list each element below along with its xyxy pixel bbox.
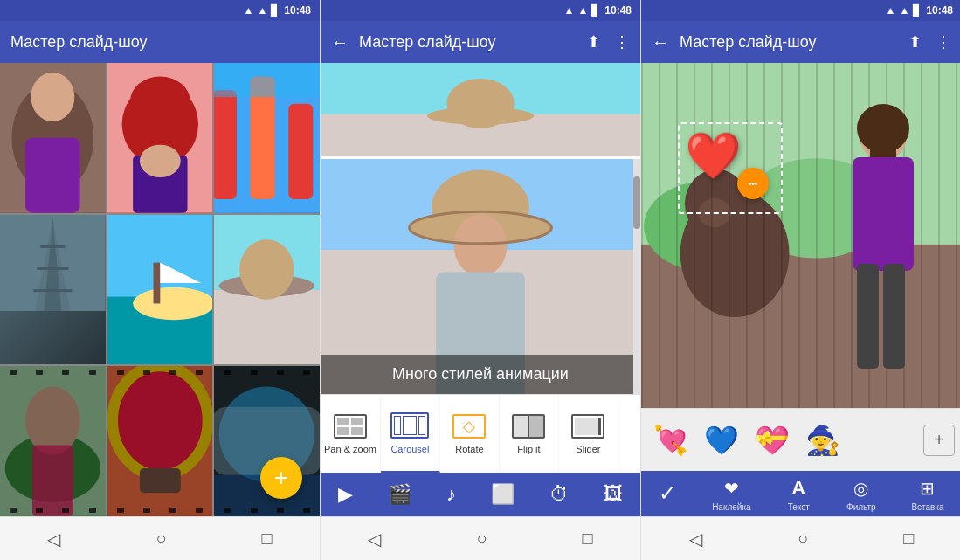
fab-plus-icon: + (274, 464, 288, 492)
screen-1: ▲ ▲ ▊ 10:48 Мастер слайд-шоу (0, 0, 320, 560)
pan-zoom-label: Pan & zoom (324, 444, 376, 454)
photo-cell-4[interactable] (0, 215, 106, 365)
sticker-gift-heart[interactable]: 💝 (749, 418, 795, 463)
time-1: 10:48 (284, 4, 311, 17)
play-button-2[interactable]: ▶ (338, 483, 353, 506)
nav-back-1[interactable]: ◁ (33, 522, 74, 557)
insert-action-label: Вставка (911, 502, 943, 512)
plus-icon: + (934, 430, 944, 450)
bottom-toolbar-2: ▶ 🎬 ♪ ⬜ ⏱ 🖼 (321, 473, 640, 516)
back-button-2[interactable]: ← (331, 32, 349, 52)
svg-point-2 (31, 73, 74, 121)
photo-cell-5[interactable] (107, 215, 213, 365)
nav-back-2[interactable]: ◁ (354, 522, 395, 557)
sticker-blue-heart[interactable]: 💙 (699, 418, 744, 463)
nav-recent-2[interactable]: □ (568, 522, 606, 556)
scrollbar[interactable] (633, 159, 640, 394)
nav-home-1[interactable]: ○ (142, 522, 180, 556)
photo-cell-3[interactable] (214, 63, 320, 213)
share-icon-2[interactable]: ⬆ (587, 32, 600, 52)
photo-cell-8[interactable] (107, 366, 213, 516)
signal-icon-1: ▲ (244, 4, 254, 17)
wifi-icon-1: ▲ (257, 4, 267, 17)
app-title-1: Мастер слайд-шоу (10, 33, 309, 52)
sticker-panel: 💘 💙 💝 🧙 + (641, 408, 960, 471)
filmstrip-holes-top-8 (107, 370, 213, 375)
svg-rect-28 (214, 289, 320, 364)
wifi-icon-2: ▲ (577, 4, 588, 17)
anim-pan-zoom[interactable]: Pan & zoom (321, 395, 381, 473)
slider-icon (571, 414, 604, 439)
top-snippet-inner (321, 63, 640, 156)
svg-point-51 (454, 214, 508, 276)
fab-add-button[interactable]: + (260, 457, 302, 499)
text-action-icon: A (786, 476, 811, 501)
timer-button[interactable]: ⏱ (549, 483, 569, 506)
time-3: 10:48 (926, 4, 953, 17)
filter-action-label: Фильтр (846, 502, 876, 512)
music-button[interactable]: ♪ (446, 483, 456, 506)
sticker-action-icon: ❤ (719, 476, 743, 501)
sticker-wizard[interactable]: 🧙 (800, 418, 846, 463)
text-action-btn[interactable]: A Текст (786, 476, 811, 512)
more-icon-3[interactable]: ⋮ (936, 32, 951, 52)
app-bar-icons-2: ⬆ ⋮ (587, 32, 630, 52)
photo-cell-7[interactable] (0, 366, 106, 516)
flipit-label: Flip it (517, 444, 540, 454)
photo-cell-2[interactable] (107, 63, 213, 213)
pan-zoom-icon (334, 414, 367, 439)
svg-rect-12 (289, 104, 314, 199)
nav-recent-3[interactable]: □ (889, 522, 928, 556)
filter-action-btn[interactable]: ◎ Фильтр (846, 476, 876, 512)
battery-icon-3: ▊ (913, 4, 921, 17)
nav-bar-1: ◁ ○ □ (0, 516, 320, 560)
signal-icon-2: ▲ (564, 4, 575, 17)
filmstrip-holes-top-7 (0, 370, 106, 375)
status-bar-2: ▲ ▲ ▊ 10:48 (321, 0, 640, 21)
flipit-icon (512, 414, 545, 439)
time-2: 10:48 (604, 4, 632, 17)
nav-back-3[interactable]: ◁ (675, 522, 716, 557)
sticker-add-button[interactable]: + (923, 425, 955, 456)
svg-rect-67 (883, 264, 905, 369)
clip-button[interactable]: ⬜ (491, 483, 515, 506)
top-image-snippet (321, 63, 640, 159)
sticker-action-btn[interactable]: ❤ Наклейка (712, 476, 750, 512)
svg-point-8 (140, 145, 181, 177)
anim-slider[interactable]: Slider (559, 395, 618, 473)
anim-carousel[interactable]: Carousel (381, 395, 440, 473)
rotate-icon: ◇ (452, 414, 486, 439)
sticker-arrow-heart[interactable]: 💘 (648, 418, 694, 463)
more-icon-2[interactable]: ⋮ (614, 32, 630, 52)
anim-flipit[interactable]: Flip it (500, 395, 559, 473)
girl-silhouette (822, 98, 944, 377)
video-tool-button[interactable]: 🎬 (388, 483, 411, 506)
action-bar-3: ✓ ❤ Наклейка A Текст ◎ Фильтр ⊞ Вставка (641, 471, 960, 516)
photo-tool-button[interactable]: 🖼 (604, 483, 623, 506)
nav-home-2[interactable]: ○ (462, 522, 501, 556)
check-button[interactable]: ✓ (659, 481, 676, 506)
filmstrip-holes-bottom-9 (214, 508, 320, 513)
back-button-3[interactable]: ← (652, 32, 669, 52)
slider-label: Slider (576, 444, 600, 454)
screens-container: ▲ ▲ ▊ 10:48 Мастер слайд-шоу (0, 0, 960, 560)
status-icons-3: ▲ ▲ ▊ (886, 4, 922, 17)
anim-rotate[interactable]: ◇ Rotate (440, 395, 500, 473)
share-icon-3[interactable]: ⬆ (908, 32, 922, 52)
filter-action-icon: ◎ (849, 476, 874, 501)
insert-action-btn[interactable]: ⊞ Вставка (911, 476, 943, 512)
carousel-icon (390, 412, 429, 439)
svg-point-46 (446, 79, 514, 128)
animation-text: Много стилей анимации (392, 365, 569, 383)
svg-rect-3 (25, 138, 79, 213)
status-bar-1: ▲ ▲ ▊ 10:48 (0, 0, 320, 21)
battery-icon-1: ▊ (271, 4, 279, 17)
wifi-icon-3: ▲ (899, 4, 909, 17)
nav-recent-1[interactable]: □ (247, 522, 286, 556)
photo-cell-6[interactable] (214, 215, 320, 365)
nav-home-3[interactable]: ○ (784, 522, 822, 556)
svg-rect-17 (40, 245, 65, 248)
battery-icon-2: ▊ (591, 4, 599, 17)
insert-action-icon: ⊞ (915, 476, 940, 501)
photo-cell-1[interactable] (0, 63, 106, 213)
